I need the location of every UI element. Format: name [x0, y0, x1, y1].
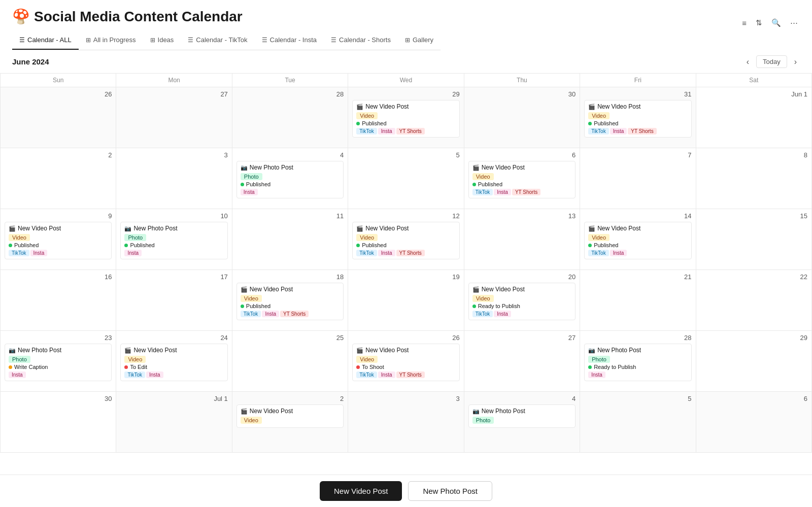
day-cell[interactable]: 18 🎬 New Video Post Video Published TikT…	[232, 270, 348, 331]
day-cell[interactable]: 15	[696, 209, 812, 270]
event-title: 🎬 New Video Post	[356, 103, 455, 110]
platform-tag: YT Shorts	[512, 189, 540, 195]
event-card[interactable]: 🎬 New Video Post Video Published TikTokI…	[584, 222, 691, 259]
event-card[interactable]: 🎬 New Video Post Video Published TikTokI…	[352, 100, 459, 138]
filter-icon[interactable]: ≡	[740, 17, 749, 29]
day-cell[interactable]: 2	[1, 148, 116, 209]
nav-tab-ideas[interactable]: ⊞Ideas	[143, 31, 181, 50]
day-number: 9	[5, 212, 112, 220]
day-cell[interactable]: 27	[116, 87, 232, 148]
day-cell[interactable]: 2 🎬 New Video Post Video	[232, 392, 348, 453]
status-dot	[472, 183, 476, 186]
nav-tab-calendar-all[interactable]: ☰Calendar - ALL	[12, 31, 79, 50]
day-cell[interactable]: Jul 1	[116, 392, 232, 453]
event-card[interactable]: 📷 New Photo Post Photo	[468, 404, 576, 428]
event-card[interactable]: 🎬 New Video Post Video Published TikTokI…	[584, 100, 691, 138]
day-cell[interactable]: 4 📷 New Photo Post Photo Published Insta	[232, 148, 348, 209]
day-cell[interactable]: 25	[232, 331, 348, 392]
day-cell[interactable]: 21	[580, 270, 696, 331]
day-cell[interactable]: 13	[464, 209, 580, 270]
day-cell[interactable]: 20 🎬 New Video Post Video Ready to Publi…	[464, 270, 580, 331]
day-cell[interactable]: 17	[116, 270, 232, 331]
type-tag: Photo	[588, 356, 610, 363]
day-cell[interactable]: 5	[580, 392, 696, 453]
day-cell[interactable]: 30	[1, 392, 116, 453]
day-cell[interactable]: 16	[1, 270, 116, 331]
day-number: 2	[236, 395, 344, 402]
day-number: 31	[584, 90, 691, 98]
nav-tab-calendar-shorts[interactable]: ☰Calendar - Shorts	[324, 31, 398, 50]
search-icon[interactable]: 🔍	[769, 16, 783, 29]
day-cell[interactable]: 14 🎬 New Video Post Video Published TikT…	[580, 209, 696, 270]
event-emoji: 🎬	[356, 347, 363, 354]
event-card[interactable]: 📷 New Photo Post Photo Published Insta	[236, 161, 344, 198]
day-cell[interactable]: 29 🎬 New Video Post Video Published TikT…	[348, 87, 464, 148]
day-cell[interactable]: 11	[232, 209, 348, 270]
event-card[interactable]: 🎬 New Video Post Video	[236, 404, 344, 428]
event-card[interactable]: 🎬 New Video Post Video To Shoot TikTokIn…	[352, 344, 459, 381]
prev-month-button[interactable]: ‹	[743, 56, 752, 67]
nav-tab-calendar-tiktok[interactable]: ☰Calendar - TikTok	[181, 31, 254, 50]
day-cell[interactable]: 26 🎬 New Video Post Video To Shoot TikTo…	[348, 331, 464, 392]
event-status: Write Caption	[9, 364, 108, 370]
event-card[interactable]: 🎬 New Video Post Video Ready to Publish …	[468, 283, 576, 320]
event-status: Published	[356, 242, 455, 248]
new-video-post-button[interactable]: New Video Post	[320, 481, 402, 483]
more-icon[interactable]: ⋯	[788, 16, 800, 29]
type-tag: Photo	[241, 173, 262, 180]
sort-icon[interactable]: ⇅	[754, 16, 764, 29]
day-cell[interactable]: Jun 1	[696, 87, 812, 148]
status-label: Ready to Publish	[478, 303, 520, 309]
event-card[interactable]: 🎬 New Video Post Video To Edit TikTokIns…	[120, 344, 227, 381]
new-photo-post-button[interactable]: New Photo Post	[408, 481, 492, 483]
event-status: To Shoot	[356, 364, 455, 370]
day-cell[interactable]: 28	[232, 87, 348, 148]
day-cell[interactable]: 19	[348, 270, 464, 331]
day-cell[interactable]: 9 🎬 New Video Post Video Published TikTo…	[1, 209, 116, 270]
day-cell[interactable]: 4 📷 New Photo Post Photo	[464, 392, 580, 453]
today-button[interactable]: Today	[756, 55, 787, 68]
day-cell[interactable]: 26	[1, 87, 116, 148]
day-cell[interactable]: 28 📷 New Photo Post Photo Ready to Publi…	[580, 331, 696, 392]
day-cell[interactable]: 3	[116, 148, 232, 209]
event-card[interactable]: 🎬 New Video Post Video Published TikTokI…	[236, 283, 344, 320]
event-card[interactable]: 📷 New Photo Post Photo Ready to Publish …	[584, 344, 691, 381]
day-cell[interactable]: 22	[696, 270, 812, 331]
day-cell[interactable]: 30	[464, 87, 580, 148]
event-card[interactable]: 🎬 New Video Post Video Published TikTokI…	[468, 161, 576, 198]
day-number: 19	[352, 273, 459, 281]
day-cell[interactable]: 7	[580, 148, 696, 209]
day-cell[interactable]: 24 🎬 New Video Post Video To Edit TikTok…	[116, 331, 232, 392]
status-dot	[356, 244, 360, 247]
day-cell[interactable]: 10 📷 New Photo Post Photo Published Inst…	[116, 209, 232, 270]
nav-tab-calendar-insta[interactable]: ☰Calendar - Insta	[255, 31, 324, 50]
day-cell[interactable]: 3	[348, 392, 464, 453]
tab-icon: ☰	[262, 37, 267, 44]
status-dot	[588, 244, 592, 247]
event-type-tag: Video	[472, 294, 571, 303]
nav-tab-gallery[interactable]: ⊞Gallery	[398, 31, 441, 50]
day-number: 12	[352, 212, 459, 220]
event-card[interactable]: 🎬 New Video Post Video Published TikTokI…	[5, 222, 112, 259]
day-cell[interactable]: 8	[696, 148, 812, 209]
day-cell[interactable]: 31 🎬 New Video Post Video Published TikT…	[580, 87, 696, 148]
event-card[interactable]: 📷 New Photo Post Photo Published Insta	[120, 222, 227, 259]
platform-tag: TikTok	[472, 189, 493, 195]
day-cell[interactable]: 12 🎬 New Video Post Video Published TikT…	[348, 209, 464, 270]
day-cell[interactable]: 23 📷 New Photo Post Photo Write Caption …	[1, 331, 116, 392]
day-cell[interactable]: 5	[348, 148, 464, 209]
day-cell[interactable]: 6	[696, 392, 812, 453]
day-cell[interactable]: 6 🎬 New Video Post Video Published TikTo…	[464, 148, 580, 209]
event-title: 🎬 New Video Post	[472, 286, 571, 293]
day-cell[interactable]: 27	[464, 331, 580, 392]
day-cell[interactable]: 29	[696, 331, 812, 392]
event-card[interactable]: 📷 New Photo Post Photo Write Caption Ins…	[5, 344, 112, 381]
tab-icon: ⊞	[405, 37, 410, 44]
day-number: 30	[468, 90, 576, 98]
event-card[interactable]: 🎬 New Video Post Video Published TikTokI…	[352, 222, 459, 259]
day-header-thu: Thu	[464, 74, 580, 87]
day-number: 28	[584, 334, 691, 342]
next-month-button[interactable]: ›	[791, 56, 800, 67]
nav-tab-all-in-progress[interactable]: ⊞All in Progress	[79, 31, 143, 50]
status-label: Write Caption	[14, 364, 48, 370]
